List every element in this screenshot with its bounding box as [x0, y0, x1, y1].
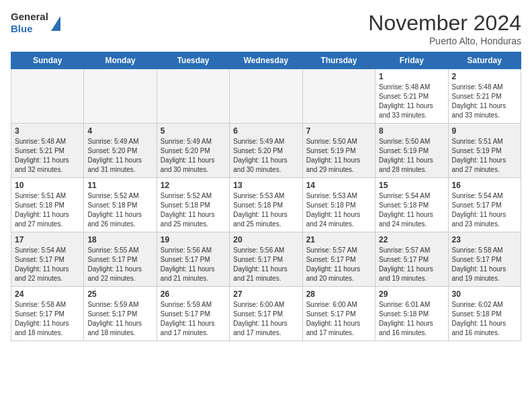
- logo-icon: [51, 16, 60, 31]
- day-number: 12: [161, 181, 226, 190]
- day-info: Sunrise: 5:54 AM Sunset: 5:17 PM Dayligh…: [15, 246, 80, 283]
- calendar-cell: 23Sunrise: 5:58 AM Sunset: 5:17 PM Dayli…: [448, 232, 521, 287]
- day-info: Sunrise: 5:54 AM Sunset: 5:18 PM Dayligh…: [379, 191, 444, 229]
- day-number: 19: [161, 235, 226, 244]
- day-number: 13: [233, 181, 298, 190]
- calendar-cell: [84, 69, 157, 124]
- day-number: 8: [379, 126, 444, 136]
- day-info: Sunrise: 6:01 AM Sunset: 5:18 PM Dayligh…: [379, 300, 444, 338]
- day-info: Sunrise: 5:58 AM Sunset: 5:17 PM Dayligh…: [452, 246, 517, 283]
- day-number: 16: [452, 181, 517, 190]
- weekday-header-tuesday: Tuesday: [157, 52, 229, 69]
- day-number: 27: [233, 289, 298, 299]
- calendar-cell: [11, 69, 84, 124]
- calendar-cell: [157, 69, 229, 124]
- day-number: 14: [306, 181, 371, 190]
- calendar-cell: 17Sunrise: 5:54 AM Sunset: 5:17 PM Dayli…: [11, 232, 84, 287]
- day-number: 24: [15, 289, 80, 299]
- calendar-cell: 4Sunrise: 5:49 AM Sunset: 5:20 PM Daylig…: [84, 124, 157, 178]
- day-number: 21: [306, 235, 371, 244]
- calendar-cell: 7Sunrise: 5:50 AM Sunset: 5:19 PM Daylig…: [302, 124, 375, 178]
- calendar-week-2: 10Sunrise: 5:51 AM Sunset: 5:18 PM Dayli…: [11, 178, 521, 232]
- calendar-cell: [230, 69, 302, 124]
- weekday-header-monday: Monday: [84, 52, 157, 69]
- day-number: 6: [233, 126, 298, 136]
- day-number: 1: [379, 72, 444, 81]
- calendar-cell: 5Sunrise: 5:49 AM Sunset: 5:20 PM Daylig…: [157, 124, 229, 178]
- day-number: 4: [87, 126, 152, 136]
- day-number: 29: [379, 289, 444, 299]
- day-number: 10: [15, 181, 80, 190]
- day-info: Sunrise: 6:02 AM Sunset: 5:18 PM Dayligh…: [452, 300, 517, 338]
- day-info: Sunrise: 6:00 AM Sunset: 5:17 PM Dayligh…: [306, 300, 371, 338]
- calendar-cell: [302, 69, 375, 124]
- weekday-header-row: SundayMondayTuesdayWednesdayThursdayFrid…: [11, 52, 521, 69]
- calendar-cell: 15Sunrise: 5:54 AM Sunset: 5:18 PM Dayli…: [375, 178, 448, 232]
- calendar-cell: 6Sunrise: 5:49 AM Sunset: 5:20 PM Daylig…: [230, 124, 302, 178]
- page-header: General Blue November 2024 Puerto Alto, …: [11, 11, 521, 46]
- calendar-cell: 10Sunrise: 5:51 AM Sunset: 5:18 PM Dayli…: [11, 178, 84, 232]
- day-number: 2: [452, 72, 517, 81]
- calendar-cell: 12Sunrise: 5:52 AM Sunset: 5:18 PM Dayli…: [157, 178, 229, 232]
- day-info: Sunrise: 5:49 AM Sunset: 5:20 PM Dayligh…: [161, 137, 226, 175]
- day-number: 22: [379, 235, 444, 244]
- day-number: 9: [452, 126, 517, 136]
- day-number: 23: [452, 235, 517, 244]
- day-info: Sunrise: 5:57 AM Sunset: 5:17 PM Dayligh…: [379, 246, 444, 283]
- day-info: Sunrise: 5:50 AM Sunset: 5:19 PM Dayligh…: [379, 137, 444, 175]
- day-info: Sunrise: 5:52 AM Sunset: 5:18 PM Dayligh…: [87, 191, 152, 229]
- day-info: Sunrise: 5:56 AM Sunset: 5:17 PM Dayligh…: [161, 246, 226, 283]
- location: Puerto Alto, Honduras: [368, 36, 521, 46]
- day-info: Sunrise: 5:51 AM Sunset: 5:18 PM Dayligh…: [15, 191, 80, 229]
- weekday-header-friday: Friday: [375, 52, 448, 69]
- day-number: 3: [15, 126, 80, 136]
- calendar-cell: 20Sunrise: 5:56 AM Sunset: 5:17 PM Dayli…: [230, 232, 302, 287]
- weekday-header-saturday: Saturday: [448, 52, 521, 69]
- calendar-cell: 26Sunrise: 5:59 AM Sunset: 5:17 PM Dayli…: [157, 287, 229, 341]
- day-info: Sunrise: 5:56 AM Sunset: 5:17 PM Dayligh…: [233, 246, 298, 283]
- month-title: November 2024: [368, 11, 521, 36]
- day-number: 18: [87, 235, 152, 244]
- calendar-cell: 29Sunrise: 6:01 AM Sunset: 5:18 PM Dayli…: [375, 287, 448, 341]
- day-number: 25: [87, 289, 152, 299]
- day-number: 17: [15, 235, 80, 244]
- day-number: 7: [306, 126, 371, 136]
- calendar-table: SundayMondayTuesdayWednesdayThursdayFrid…: [11, 52, 521, 341]
- calendar-cell: 30Sunrise: 6:02 AM Sunset: 5:18 PM Dayli…: [448, 287, 521, 341]
- logo-line2: Blue: [11, 23, 48, 35]
- calendar-cell: 19Sunrise: 5:56 AM Sunset: 5:17 PM Dayli…: [157, 232, 229, 287]
- calendar-cell: 16Sunrise: 5:54 AM Sunset: 5:17 PM Dayli…: [448, 178, 521, 232]
- day-number: 11: [87, 181, 152, 190]
- calendar-cell: 22Sunrise: 5:57 AM Sunset: 5:17 PM Dayli…: [375, 232, 448, 287]
- calendar-cell: 8Sunrise: 5:50 AM Sunset: 5:19 PM Daylig…: [375, 124, 448, 178]
- day-info: Sunrise: 5:48 AM Sunset: 5:21 PM Dayligh…: [379, 83, 444, 120]
- day-info: Sunrise: 5:52 AM Sunset: 5:18 PM Dayligh…: [161, 191, 226, 229]
- day-info: Sunrise: 5:55 AM Sunset: 5:17 PM Dayligh…: [87, 246, 152, 283]
- calendar-cell: 18Sunrise: 5:55 AM Sunset: 5:17 PM Dayli…: [84, 232, 157, 287]
- calendar-cell: 27Sunrise: 6:00 AM Sunset: 5:17 PM Dayli…: [230, 287, 302, 341]
- calendar-cell: 25Sunrise: 5:59 AM Sunset: 5:17 PM Dayli…: [84, 287, 157, 341]
- title-block: November 2024 Puerto Alto, Honduras: [368, 11, 521, 46]
- logo-line1: General: [11, 11, 48, 23]
- calendar-cell: 11Sunrise: 5:52 AM Sunset: 5:18 PM Dayli…: [84, 178, 157, 232]
- calendar-cell: 1Sunrise: 5:48 AM Sunset: 5:21 PM Daylig…: [375, 69, 448, 124]
- day-info: Sunrise: 5:48 AM Sunset: 5:21 PM Dayligh…: [452, 83, 517, 120]
- day-number: 5: [161, 126, 226, 136]
- calendar-cell: 28Sunrise: 6:00 AM Sunset: 5:17 PM Dayli…: [302, 287, 375, 341]
- day-info: Sunrise: 5:59 AM Sunset: 5:17 PM Dayligh…: [87, 300, 152, 338]
- calendar-cell: 13Sunrise: 5:53 AM Sunset: 5:18 PM Dayli…: [230, 178, 302, 232]
- day-number: 30: [452, 289, 517, 299]
- day-info: Sunrise: 5:54 AM Sunset: 5:17 PM Dayligh…: [452, 191, 517, 229]
- weekday-header-wednesday: Wednesday: [230, 52, 302, 69]
- weekday-header-sunday: Sunday: [11, 52, 84, 69]
- calendar-cell: 21Sunrise: 5:57 AM Sunset: 5:17 PM Dayli…: [302, 232, 375, 287]
- day-number: 20: [233, 235, 298, 244]
- day-number: 15: [379, 181, 444, 190]
- day-info: Sunrise: 5:59 AM Sunset: 5:17 PM Dayligh…: [161, 300, 226, 338]
- day-info: Sunrise: 5:50 AM Sunset: 5:19 PM Dayligh…: [306, 137, 371, 175]
- calendar-cell: 2Sunrise: 5:48 AM Sunset: 5:21 PM Daylig…: [448, 69, 521, 124]
- day-info: Sunrise: 5:48 AM Sunset: 5:21 PM Dayligh…: [15, 137, 80, 175]
- calendar-week-1: 3Sunrise: 5:48 AM Sunset: 5:21 PM Daylig…: [11, 124, 521, 178]
- day-info: Sunrise: 5:58 AM Sunset: 5:17 PM Dayligh…: [15, 300, 80, 338]
- calendar-cell: 9Sunrise: 5:51 AM Sunset: 5:19 PM Daylig…: [448, 124, 521, 178]
